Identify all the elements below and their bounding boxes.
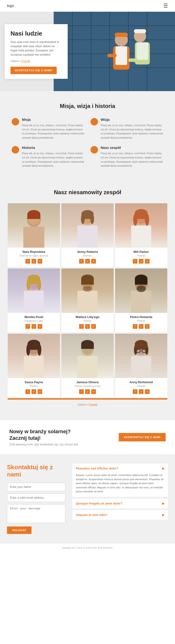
faq-question-text-1: Phasellus sed efficitur dolor?: [76, 467, 118, 470]
svg-rect-33: [131, 226, 151, 248]
twitter-icon-4[interactable]: y: [31, 324, 36, 329]
team-card-8: Jamesa Olivera Partner stowarzyszony f y…: [61, 334, 114, 398]
instagram-icon-1[interactable]: o: [37, 259, 42, 264]
team-name-7: Sasza Payne: [8, 380, 60, 384]
team-heading: Nasz niesamowity zespół: [7, 189, 168, 196]
avatar-svg-2: [75, 207, 100, 248]
svg-rect-26: [77, 226, 98, 248]
facebook-icon-6[interactable]: f: [133, 324, 138, 329]
contact-email-input[interactable]: [7, 494, 65, 502]
mission-text-3: Piszę tak, je ży moj, chłopcu, moż'shub.…: [22, 152, 85, 168]
hero-content-box: Nasi ludzie Duis aute irure dolor in rep…: [5, 24, 68, 79]
team-role-5: Partner: [61, 320, 114, 322]
team-photo-credit: Zdjęcie z Freepik: [7, 403, 168, 410]
facebook-icon-4[interactable]: f: [25, 324, 30, 329]
cta-description: Zrób pierwszy krok, aby dowiedzieć się, …: [9, 443, 78, 446]
hero-illustration: [54, 12, 175, 91]
twitter-icon-3[interactable]: y: [139, 259, 144, 264]
twitter-icon-9[interactable]: y: [139, 389, 144, 394]
twitter-icon-7[interactable]: y: [31, 389, 36, 394]
svg-rect-15: [134, 29, 146, 33]
facebook-icon-1[interactable]: f: [25, 259, 30, 264]
mission-heading: Misja, wizja i historia: [12, 103, 163, 109]
facebook-icon-8[interactable]: f: [79, 389, 84, 394]
faq-question-3[interactable]: Aliquam et sem odio? ▶: [72, 510, 168, 520]
facebook-icon-2[interactable]: f: [79, 259, 84, 264]
svg-rect-50: [81, 278, 94, 284]
instagram-icon-4[interactable]: o: [37, 324, 42, 329]
faq-item-2: Quisque fringilla sit amet dolor? ▶: [72, 499, 168, 508]
team-photo-5: [61, 268, 114, 313]
instagram-icon-9[interactable]: o: [145, 389, 150, 394]
svg-rect-24: [27, 214, 40, 219]
team-social-4: f y o: [8, 324, 60, 329]
team-photo-9: [115, 334, 167, 378]
team-name-4: Monika Pouli: [8, 315, 60, 319]
faq-question-2[interactable]: Quisque fringilla sit amet dolor? ▶: [72, 499, 168, 508]
team-role-6: Partner: [115, 320, 167, 322]
faq-item-1: Phasellus sed efficitur dolor? ▶ Answer:…: [72, 464, 168, 497]
instagram-icon-6[interactable]: o: [145, 324, 150, 329]
team-role-9: Partner: [115, 384, 167, 388]
svg-point-38: [145, 214, 149, 226]
contact-form: SKŁADAĆ: [7, 483, 65, 534]
facebook-icon-5[interactable]: f: [79, 324, 84, 329]
instagram-icon-8[interactable]: o: [91, 389, 96, 394]
facebook-icon-3[interactable]: f: [133, 259, 138, 264]
mission-content-1: Misja Piszę tak, je ży moj, chłopcu, moż…: [22, 118, 85, 140]
faq-item-3: Aliquam et sem odio? ▶: [72, 510, 168, 520]
hero-cta-button[interactable]: SKONTAKTUJ SIĘ Z NAMI!: [10, 66, 57, 74]
contact-submit-button[interactable]: SKŁADAĆ: [7, 526, 31, 534]
team-social-7: f y o: [8, 389, 60, 394]
faq-question-1[interactable]: Phasellus sed efficitur dolor? ▶: [72, 464, 168, 473]
svg-rect-56: [135, 278, 148, 284]
svg-point-37: [133, 214, 138, 226]
avatar-svg-6: [128, 272, 154, 313]
freepik-link[interactable]: Freepik: [89, 403, 97, 406]
team-photo-2: [61, 203, 114, 248]
facebook-icon-7[interactable]: f: [25, 389, 30, 394]
svg-rect-66: [77, 356, 98, 378]
footer-text: Sample text, Click to select the Text El…: [62, 546, 113, 549]
contact-right: Phasellus sed efficitur dolor? ▶ Answer:…: [72, 464, 168, 534]
instagram-icon-7[interactable]: o: [37, 389, 42, 394]
team-name-9: Anny Richmond: [115, 380, 167, 384]
team-name-2: Jenny Roberts: [61, 250, 114, 254]
team-card-9: Anny Richmond Partner f y o: [115, 334, 167, 398]
hero-description: Duis aute irure dolor in reprehenderit i…: [10, 40, 62, 57]
twitter-icon-8[interactable]: y: [85, 389, 90, 394]
avatar-svg-4: [21, 272, 47, 313]
hero-background: [54, 12, 175, 91]
twitter-icon-1[interactable]: y: [31, 259, 36, 264]
menu-icon[interactable]: ☰: [163, 3, 168, 9]
team-card-3: Mili Parker Partner f y o: [115, 203, 167, 267]
mission-item-4: Nasz zespół Piszę tak, je ży moj, chłopc…: [91, 146, 164, 168]
twitter-icon-5[interactable]: y: [85, 324, 90, 329]
mission-content-4: Nasz zespół Piszę tak, je ży moj, chłopc…: [101, 146, 164, 168]
instagram-icon-3[interactable]: o: [145, 259, 150, 264]
instagram-icon-2[interactable]: o: [91, 259, 96, 264]
mission-title-3: Historia: [22, 146, 85, 150]
team-role-8: Partner stowarzyszony: [61, 384, 114, 388]
team-card-4: Monika Pouli Kreatywny Lider f y o: [8, 268, 60, 332]
team-photo-3: [115, 203, 167, 248]
mission-text-4: Piszę tak, je ży moj, chłopcu, moż'shub.…: [101, 152, 164, 168]
svg-point-64: [37, 344, 41, 356]
mission-dot-3: [12, 146, 19, 154]
cta-button[interactable]: SKONTAKTUJ SIĘ Z NAMI: [119, 433, 166, 442]
avatar-svg-7: [21, 337, 47, 378]
team-name-8: Jamesa Olivera: [61, 380, 114, 384]
faq-question-text-2: Quisque fringilla sit amet dolor?: [76, 502, 122, 505]
instagram-icon-5[interactable]: o: [91, 324, 96, 329]
contact-message-input[interactable]: [7, 504, 65, 523]
twitter-icon-2[interactable]: y: [85, 259, 90, 264]
team-card-5: Waltera Lilly'ego Partner f y o: [61, 268, 114, 332]
contact-name-input[interactable]: [7, 483, 65, 491]
facebook-icon-9[interactable]: f: [133, 389, 138, 394]
team-social-9: f y o: [115, 389, 167, 394]
twitter-icon-6[interactable]: y: [139, 324, 144, 329]
contact-heading: Skontaktuj się z nami: [7, 464, 65, 478]
team-role-3: Partner: [115, 254, 167, 257]
svg-rect-69: [81, 344, 94, 349]
mission-content-2: Wizja Piszę tak, je ży moj, chłopcu, moż…: [101, 118, 164, 140]
